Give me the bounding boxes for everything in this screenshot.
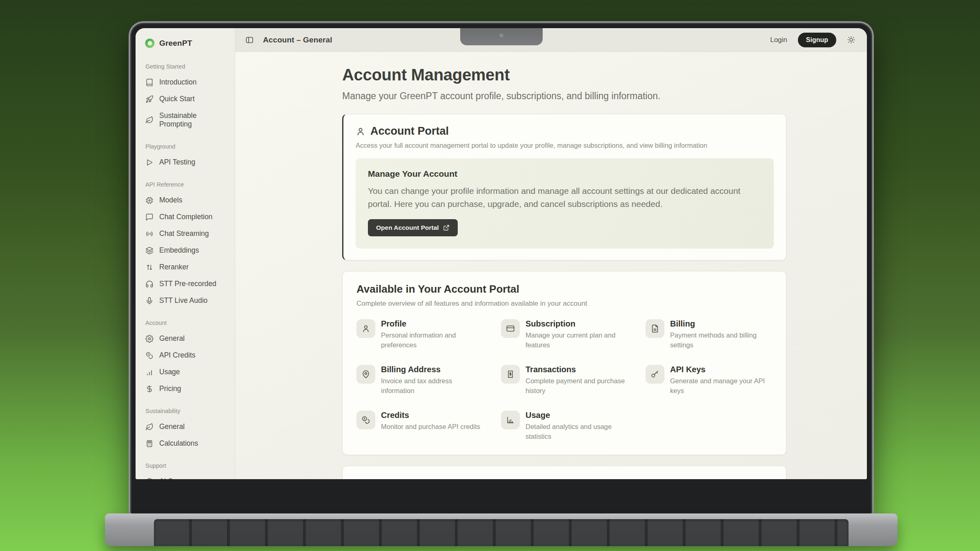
- features-grid: Profile Personal information and prefere…: [356, 319, 772, 442]
- sidebar-toggle-button[interactable]: [245, 36, 254, 44]
- user-icon: [356, 127, 365, 136]
- feature-credits: Credits Monitor and purchase API credits: [356, 411, 483, 442]
- account-portal-title: Account Portal: [370, 125, 449, 138]
- credit-card-icon: [506, 324, 515, 333]
- sidebar-item-pricing[interactable]: Pricing: [144, 380, 228, 397]
- receipt-icon: [506, 370, 515, 379]
- sidebar-item-ai-scan[interactable]: AI Scan: [144, 473, 228, 479]
- sidebar-item-chat-completion[interactable]: Chat Completion: [144, 209, 228, 225]
- laptop-mockup: GreenPT Getting Started Introduction Qui…: [129, 21, 874, 517]
- leaf-icon: [145, 116, 154, 124]
- manage-account-panel: Manage Your Account You can change your …: [356, 158, 774, 249]
- sun-icon: [847, 36, 855, 44]
- page-title: Account Management: [342, 66, 786, 84]
- sidebar-item-quick-start[interactable]: Quick Start: [144, 91, 228, 107]
- section-support: Support: [145, 462, 228, 469]
- layers-icon: [145, 247, 154, 255]
- features-card-subtitle: Complete overview of all features and in…: [356, 300, 772, 308]
- document-icon: [650, 324, 659, 333]
- sidebar-item-account-general[interactable]: General: [144, 330, 228, 347]
- external-link-icon: [443, 224, 450, 231]
- sidebar-item-calculations[interactable]: Calculations: [144, 435, 228, 452]
- sidebar-item-embeddings[interactable]: Embeddings: [144, 242, 228, 259]
- sidebar-item-usage[interactable]: Usage: [144, 364, 228, 380]
- features-card-title: Available in Your Account Portal: [356, 283, 772, 295]
- brand: GreenPT: [144, 36, 228, 53]
- sidebar-item-stt-live-audio[interactable]: STT Live Audio: [144, 292, 228, 309]
- sidebar-item-models[interactable]: Models: [144, 192, 228, 209]
- laptop-notch: [460, 28, 543, 45]
- page-breadcrumb-title: Account – General: [263, 36, 332, 44]
- subscription-management-card: Subscription Management: [342, 466, 786, 479]
- sidebar-item-sustainable-prompting[interactable]: Sustainable Prompting: [144, 107, 228, 133]
- section-account: Account: [145, 320, 228, 326]
- chat-bubble-icon: [145, 213, 154, 221]
- feature-usage: Usage Detailed analytics and usage stati…: [501, 411, 628, 442]
- feature-transactions: Transactions Complete payment and purcha…: [501, 365, 628, 396]
- page-subtitle: Manage your GreenPT account profile, sub…: [342, 91, 786, 102]
- gear-icon: [145, 335, 154, 343]
- feature-subscription: Subscription Manage your current plan an…: [501, 319, 628, 350]
- section-api-reference: API Reference: [145, 181, 228, 188]
- laptop-keyboard: [154, 519, 849, 546]
- open-account-portal-button[interactable]: Open Account Portal: [368, 219, 458, 236]
- bar-chart-icon: [145, 368, 154, 376]
- sort-arrows-icon: [145, 263, 154, 271]
- laptop-screen-bezel: GreenPT Getting Started Introduction Qui…: [129, 21, 874, 517]
- account-portal-description: Access your full account management port…: [356, 142, 774, 149]
- chip-icon: [145, 196, 154, 204]
- rocket-icon: [145, 95, 154, 103]
- signup-button[interactable]: Signup: [798, 33, 836, 47]
- manage-account-body: You can change your profile information …: [368, 184, 760, 210]
- bar-chart-axis-icon: [506, 415, 515, 424]
- greenpt-ring-logo: [145, 38, 155, 49]
- theme-toggle-button[interactable]: [847, 36, 855, 44]
- manage-account-title: Manage Your Account: [368, 169, 762, 179]
- login-link[interactable]: Login: [770, 36, 787, 44]
- sidebar-item-api-credits[interactable]: API Credits: [144, 347, 228, 364]
- feature-profile: Profile Personal information and prefere…: [356, 319, 483, 350]
- feature-api-keys: API Keys Generate and manage your API ke…: [646, 365, 772, 396]
- dollar-icon: [145, 385, 154, 393]
- panel-left-icon: [245, 36, 254, 44]
- topbar: Account – General Login Signup: [235, 28, 867, 52]
- microphone-icon: [145, 297, 154, 305]
- available-features-card: Available in Your Account Portal Complet…: [342, 271, 786, 455]
- leaf-icon: [145, 423, 154, 431]
- play-icon: [145, 158, 154, 167]
- section-sustainability: Sustainability: [145, 408, 228, 414]
- calculator-icon: [145, 440, 154, 448]
- main-content: Account Management Manage your GreenPT a…: [235, 52, 867, 479]
- broadcast-icon: [145, 230, 154, 238]
- app-window: GreenPT Getting Started Introduction Qui…: [136, 28, 867, 479]
- sidebar-item-sustainability-general[interactable]: General: [144, 418, 228, 435]
- map-pin-icon: [361, 370, 370, 379]
- key-icon: [650, 370, 659, 379]
- feature-billing-address: Billing Address Invoice and tax address …: [356, 365, 483, 396]
- book-icon: [145, 78, 154, 87]
- sidebar-item-stt-prerecorded[interactable]: STT Pre-recorded: [144, 276, 228, 292]
- section-playground: Playground: [145, 143, 228, 150]
- shield-icon: [145, 478, 154, 480]
- account-portal-card: Account Portal Access your full account …: [342, 114, 786, 260]
- sidebar-item-chat-streaming[interactable]: Chat Streaming: [144, 225, 228, 242]
- section-getting-started: Getting Started: [145, 63, 228, 70]
- brand-name: GreenPT: [159, 39, 192, 48]
- coins-icon: [361, 415, 370, 424]
- sidebar: GreenPT Getting Started Introduction Qui…: [136, 28, 235, 479]
- sidebar-item-reranker[interactable]: Reranker: [144, 259, 228, 276]
- user-icon: [361, 324, 370, 333]
- headphones-icon: [145, 280, 154, 288]
- sidebar-item-introduction[interactable]: Introduction: [144, 74, 228, 91]
- feature-billing: Billing Payment methods and billing sett…: [646, 319, 772, 350]
- laptop-camera: [499, 33, 504, 38]
- coins-icon: [145, 351, 154, 360]
- sidebar-item-api-testing[interactable]: API Testing: [144, 154, 228, 171]
- laptop-keyboard-deck: [105, 513, 898, 546]
- subscription-management-title: Subscription Management: [356, 478, 772, 479]
